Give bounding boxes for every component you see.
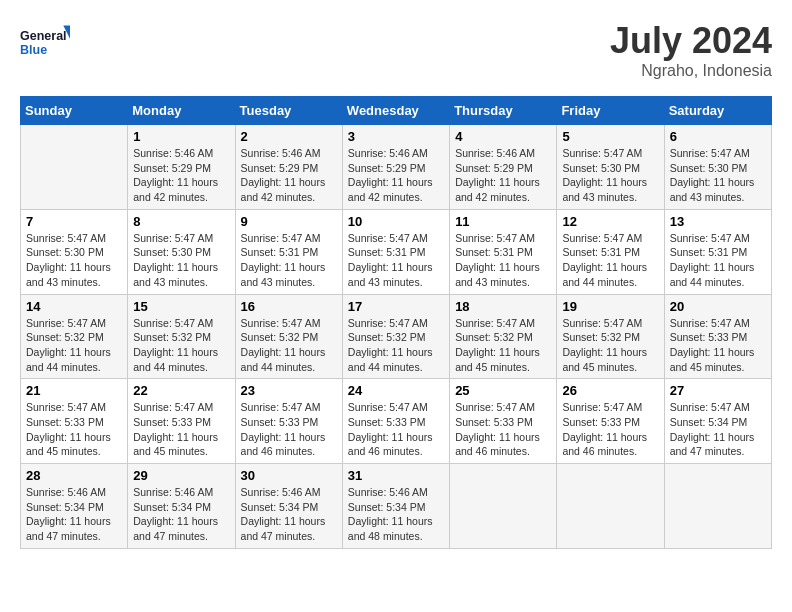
daylight-info: Daylight: 11 hours and 47 minutes. xyxy=(133,515,218,542)
svg-text:General: General xyxy=(20,29,67,43)
calendar-cell: 9 Sunrise: 5:47 AM Sunset: 5:31 PM Dayli… xyxy=(235,209,342,294)
weekday-header-tuesday: Tuesday xyxy=(235,97,342,125)
calendar-cell: 18 Sunrise: 5:47 AM Sunset: 5:32 PM Dayl… xyxy=(450,294,557,379)
calendar-cell: 29 Sunrise: 5:46 AM Sunset: 5:34 PM Dayl… xyxy=(128,464,235,549)
daylight-info: Daylight: 11 hours and 45 minutes. xyxy=(455,346,540,373)
sunset-info: Sunset: 5:32 PM xyxy=(348,331,426,343)
calendar-cell: 6 Sunrise: 5:47 AM Sunset: 5:30 PM Dayli… xyxy=(664,125,771,210)
sunrise-info: Sunrise: 5:46 AM xyxy=(348,147,428,159)
sunset-info: Sunset: 5:31 PM xyxy=(348,246,426,258)
daylight-info: Daylight: 11 hours and 43 minutes. xyxy=(562,176,647,203)
calendar-cell: 25 Sunrise: 5:47 AM Sunset: 5:33 PM Dayl… xyxy=(450,379,557,464)
sunrise-info: Sunrise: 5:47 AM xyxy=(241,401,321,413)
sunset-info: Sunset: 5:33 PM xyxy=(670,331,748,343)
day-number: 29 xyxy=(133,468,229,483)
sunrise-info: Sunrise: 5:47 AM xyxy=(562,232,642,244)
day-number: 15 xyxy=(133,299,229,314)
calendar-cell: 10 Sunrise: 5:47 AM Sunset: 5:31 PM Dayl… xyxy=(342,209,449,294)
day-number: 20 xyxy=(670,299,766,314)
daylight-info: Daylight: 11 hours and 47 minutes. xyxy=(241,515,326,542)
calendar-cell: 1 Sunrise: 5:46 AM Sunset: 5:29 PM Dayli… xyxy=(128,125,235,210)
sunset-info: Sunset: 5:32 PM xyxy=(26,331,104,343)
sunrise-info: Sunrise: 5:47 AM xyxy=(26,401,106,413)
weekday-header-thursday: Thursday xyxy=(450,97,557,125)
calendar-cell: 24 Sunrise: 5:47 AM Sunset: 5:33 PM Dayl… xyxy=(342,379,449,464)
sunset-info: Sunset: 5:31 PM xyxy=(241,246,319,258)
sunrise-info: Sunrise: 5:47 AM xyxy=(562,401,642,413)
daylight-info: Daylight: 11 hours and 43 minutes. xyxy=(26,261,111,288)
sunrise-info: Sunrise: 5:46 AM xyxy=(348,486,428,498)
sunset-info: Sunset: 5:30 PM xyxy=(133,246,211,258)
day-number: 9 xyxy=(241,214,337,229)
sunset-info: Sunset: 5:33 PM xyxy=(348,416,426,428)
sunrise-info: Sunrise: 5:47 AM xyxy=(241,317,321,329)
sunset-info: Sunset: 5:34 PM xyxy=(133,501,211,513)
daylight-info: Daylight: 11 hours and 43 minutes. xyxy=(241,261,326,288)
daylight-info: Daylight: 11 hours and 46 minutes. xyxy=(348,431,433,458)
sunset-info: Sunset: 5:33 PM xyxy=(562,416,640,428)
daylight-info: Daylight: 11 hours and 42 minutes. xyxy=(133,176,218,203)
sunset-info: Sunset: 5:33 PM xyxy=(133,416,211,428)
calendar-cell: 27 Sunrise: 5:47 AM Sunset: 5:34 PM Dayl… xyxy=(664,379,771,464)
daylight-info: Daylight: 11 hours and 45 minutes. xyxy=(670,346,755,373)
sunrise-info: Sunrise: 5:47 AM xyxy=(670,147,750,159)
sunrise-info: Sunrise: 5:47 AM xyxy=(562,147,642,159)
sunset-info: Sunset: 5:32 PM xyxy=(241,331,319,343)
sunset-info: Sunset: 5:29 PM xyxy=(133,162,211,174)
day-number: 12 xyxy=(562,214,658,229)
sunrise-info: Sunrise: 5:47 AM xyxy=(455,232,535,244)
sunrise-info: Sunrise: 5:47 AM xyxy=(348,317,428,329)
calendar-cell: 17 Sunrise: 5:47 AM Sunset: 5:32 PM Dayl… xyxy=(342,294,449,379)
day-number: 3 xyxy=(348,129,444,144)
calendar-cell: 4 Sunrise: 5:46 AM Sunset: 5:29 PM Dayli… xyxy=(450,125,557,210)
daylight-info: Daylight: 11 hours and 44 minutes. xyxy=(133,346,218,373)
day-number: 31 xyxy=(348,468,444,483)
day-number: 24 xyxy=(348,383,444,398)
page-header: General Blue July 2024 Ngraho, Indonesia xyxy=(20,20,772,80)
sunrise-info: Sunrise: 5:46 AM xyxy=(241,486,321,498)
sunrise-info: Sunrise: 5:46 AM xyxy=(26,486,106,498)
calendar-cell xyxy=(664,464,771,549)
daylight-info: Daylight: 11 hours and 44 minutes. xyxy=(670,261,755,288)
sunset-info: Sunset: 5:32 PM xyxy=(455,331,533,343)
sunset-info: Sunset: 5:29 PM xyxy=(241,162,319,174)
calendar-cell: 15 Sunrise: 5:47 AM Sunset: 5:32 PM Dayl… xyxy=(128,294,235,379)
day-number: 21 xyxy=(26,383,122,398)
calendar-cell: 19 Sunrise: 5:47 AM Sunset: 5:32 PM Dayl… xyxy=(557,294,664,379)
calendar-table: SundayMondayTuesdayWednesdayThursdayFrid… xyxy=(20,96,772,549)
sunset-info: Sunset: 5:34 PM xyxy=(348,501,426,513)
day-number: 6 xyxy=(670,129,766,144)
sunrise-info: Sunrise: 5:47 AM xyxy=(348,401,428,413)
sunset-info: Sunset: 5:31 PM xyxy=(562,246,640,258)
sunset-info: Sunset: 5:32 PM xyxy=(562,331,640,343)
sunset-info: Sunset: 5:34 PM xyxy=(26,501,104,513)
calendar-cell: 2 Sunrise: 5:46 AM Sunset: 5:29 PM Dayli… xyxy=(235,125,342,210)
daylight-info: Daylight: 11 hours and 45 minutes. xyxy=(562,346,647,373)
sunset-info: Sunset: 5:34 PM xyxy=(241,501,319,513)
calendar-cell: 22 Sunrise: 5:47 AM Sunset: 5:33 PM Dayl… xyxy=(128,379,235,464)
weekday-header-saturday: Saturday xyxy=(664,97,771,125)
daylight-info: Daylight: 11 hours and 46 minutes. xyxy=(241,431,326,458)
sunset-info: Sunset: 5:32 PM xyxy=(133,331,211,343)
sunrise-info: Sunrise: 5:47 AM xyxy=(670,401,750,413)
calendar-cell: 12 Sunrise: 5:47 AM Sunset: 5:31 PM Dayl… xyxy=(557,209,664,294)
day-number: 26 xyxy=(562,383,658,398)
daylight-info: Daylight: 11 hours and 43 minutes. xyxy=(133,261,218,288)
day-number: 18 xyxy=(455,299,551,314)
sunset-info: Sunset: 5:30 PM xyxy=(670,162,748,174)
daylight-info: Daylight: 11 hours and 46 minutes. xyxy=(455,431,540,458)
calendar-cell: 20 Sunrise: 5:47 AM Sunset: 5:33 PM Dayl… xyxy=(664,294,771,379)
day-number: 17 xyxy=(348,299,444,314)
calendar-cell xyxy=(450,464,557,549)
sunrise-info: Sunrise: 5:47 AM xyxy=(133,401,213,413)
day-number: 2 xyxy=(241,129,337,144)
day-number: 28 xyxy=(26,468,122,483)
sunrise-info: Sunrise: 5:47 AM xyxy=(26,317,106,329)
sunrise-info: Sunrise: 5:47 AM xyxy=(562,317,642,329)
sunset-info: Sunset: 5:33 PM xyxy=(26,416,104,428)
calendar-cell: 28 Sunrise: 5:46 AM Sunset: 5:34 PM Dayl… xyxy=(21,464,128,549)
calendar-cell: 30 Sunrise: 5:46 AM Sunset: 5:34 PM Dayl… xyxy=(235,464,342,549)
calendar-cell: 31 Sunrise: 5:46 AM Sunset: 5:34 PM Dayl… xyxy=(342,464,449,549)
weekday-header-sunday: Sunday xyxy=(21,97,128,125)
daylight-info: Daylight: 11 hours and 43 minutes. xyxy=(670,176,755,203)
